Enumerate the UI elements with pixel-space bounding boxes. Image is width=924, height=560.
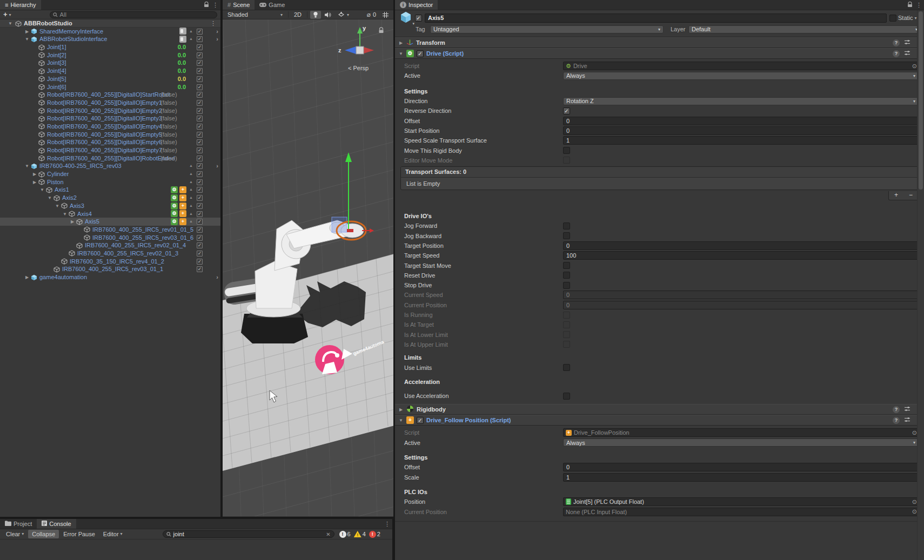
- value-checkbox[interactable]: [563, 222, 570, 230]
- value-input[interactable]: 100: [563, 251, 919, 260]
- gizmo-y-arrow[interactable]: [357, 27, 363, 33]
- triangle-up-icon[interactable]: ▲: [189, 219, 193, 223]
- tab-scene[interactable]: # Scene: [223, 0, 255, 10]
- drive-script-badge-icon[interactable]: ⚙: [171, 203, 178, 210]
- chevron-down-icon[interactable]: ▾: [412, 22, 414, 26]
- active-checkbox[interactable]: ✓: [197, 124, 203, 130]
- list-add-button[interactable]: +: [889, 191, 903, 200]
- tab-game[interactable]: Game: [255, 0, 290, 10]
- hierarchy-row-axis3[interactable]: ▼Axis3⚙+▲✓: [0, 202, 220, 210]
- active-checkbox[interactable]: ✓: [197, 156, 203, 161]
- hierarchy-row-robot-irb7600-400-255-digitalio-startrobot[interactable]: Robot[IRB7600_400_255][DigitalIO]StartRo…: [0, 91, 220, 99]
- shading-mode-dropdown[interactable]: Shaded ▾: [225, 11, 285, 19]
- drive-script-badge-icon[interactable]: ⚙: [171, 194, 178, 201]
- tab-console[interactable]: Console: [37, 519, 76, 529]
- chevron-down-icon[interactable]: ▾: [347, 12, 349, 17]
- tag-dropdown[interactable]: Untagged ▾: [430, 25, 664, 33]
- info-count-toggle[interactable]: !6: [339, 531, 351, 538]
- active-checkbox[interactable]: ✓: [197, 187, 203, 193]
- help-icon[interactable]: ?: [893, 406, 900, 413]
- chevron-down-icon[interactable]: ▼: [62, 212, 68, 217]
- gizmo-x-arrow[interactable]: [364, 47, 374, 53]
- scene-audio-button[interactable]: [322, 11, 334, 19]
- chevron-right-icon[interactable]: ▶: [398, 407, 404, 412]
- scene-effects-button[interactable]: ▾: [335, 11, 352, 19]
- scrollbar-thumb[interactable]: [919, 11, 923, 190]
- toggle-2d-button[interactable]: 2D: [291, 11, 304, 19]
- component-badge-icon[interactable]: [179, 28, 186, 35]
- active-checkbox[interactable]: ✓: [197, 108, 203, 114]
- hierarchy-row-irb7600-400-255-irc5-rev01-01-5[interactable]: IRB7600_400_255_IRC5_rev01_01_5✓: [0, 226, 220, 234]
- hierarchy-row-scene-root[interactable]: ▼ ABBRobotStudio ⋮: [0, 19, 220, 28]
- lock-icon[interactable]: [204, 2, 209, 9]
- hierarchy-row-irb7600-35-150-irc5-rev4-01-2[interactable]: IRB7600_35_150_IRC5_rev4_01_2✓: [0, 258, 220, 266]
- active-checkbox[interactable]: ✓: [197, 60, 203, 66]
- follow-script-badge-icon[interactable]: +: [179, 186, 186, 193]
- hierarchy-row-joint-2-[interactable]: Joint[2]0.0✓: [0, 51, 220, 59]
- rigidbody-component-header[interactable]: ▶ Rigidbody ? ⋮: [395, 404, 924, 415]
- help-icon[interactable]: ?: [893, 50, 900, 57]
- chevron-right-icon[interactable]: ›: [216, 274, 218, 280]
- chevron-down-icon[interactable]: ▼: [39, 187, 45, 192]
- drive-follow-component-header[interactable]: ▼ + ✓ Drive_Follow Position (Script) ? ⋮: [395, 415, 924, 426]
- scene-menu-icon[interactable]: ⋮: [210, 20, 216, 27]
- scene-visibility-button[interactable]: ⌀ 0: [364, 11, 379, 19]
- triangle-up-icon[interactable]: ▲: [189, 29, 193, 33]
- object-picker-icon[interactable]: ⊙: [912, 508, 917, 515]
- active-checkbox[interactable]: ✓: [197, 163, 203, 169]
- active-checkbox[interactable]: ✓: [197, 179, 203, 185]
- hierarchy-row-robot-irb7600-400-255-digitalio-empty7[interactable]: Robot[IRB7600_400_255][DigitalIO]Empty7(…: [0, 146, 220, 154]
- active-checkbox[interactable]: ✓: [197, 147, 203, 153]
- scene-lighting-button[interactable]: [310, 11, 321, 19]
- value-checkbox[interactable]: [563, 147, 570, 154]
- presets-icon[interactable]: [904, 50, 910, 57]
- value-input[interactable]: 0: [563, 463, 919, 471]
- static-dropdown-icon[interactable]: ▾: [915, 16, 917, 21]
- active-checkbox[interactable]: ✓: [197, 211, 203, 217]
- console-menu-icon[interactable]: ⋮: [384, 521, 390, 528]
- orientation-gizmo[interactable]: y z: [334, 23, 384, 65]
- active-checkbox[interactable]: ✓: [197, 132, 203, 138]
- follow-script-badge-icon[interactable]: +: [179, 203, 186, 210]
- value-dropdown[interactable]: Always▾: [563, 438, 919, 447]
- active-checkbox[interactable]: ✓: [197, 116, 203, 122]
- hierarchy-row-joint-4-[interactable]: Joint[4]0.0✓: [0, 67, 220, 75]
- warning-count-toggle[interactable]: !4: [354, 531, 366, 537]
- hierarchy-row-abbrobotstudiointerface[interactable]: ▼ABBRobotStudioInterface▲✓›: [0, 35, 220, 43]
- triangle-up-icon[interactable]: ▲: [189, 180, 193, 184]
- hierarchy-row-robot-irb7600-400-255-digitalio-empty2[interactable]: Robot[IRB7600_400_255][DigitalIO]Empty2(…: [0, 107, 220, 115]
- chevron-down-icon[interactable]: ▼: [47, 195, 52, 200]
- gizmo-center-cube[interactable]: [356, 46, 364, 54]
- hierarchy-row-game4automation[interactable]: ▶game4automation›: [0, 273, 220, 281]
- active-checkbox[interactable]: ✓: [197, 235, 203, 241]
- object-picker-icon[interactable]: ⊙: [912, 63, 917, 70]
- chevron-right-icon[interactable]: ▶: [32, 172, 37, 177]
- inspector-menu-icon[interactable]: ⋮: [916, 2, 922, 9]
- layer-dropdown[interactable]: Default ▾: [688, 25, 921, 33]
- drive-script-badge-icon[interactable]: ⚙: [171, 210, 178, 217]
- drive-follow-enabled-checkbox[interactable]: ✓: [417, 417, 424, 424]
- transform-component-header[interactable]: ▶ Transform ? ⋮: [395, 37, 924, 48]
- active-checkbox[interactable]: ✓: [197, 44, 203, 50]
- hierarchy-row-robot-irb7600-400-255-digitalio-robotended[interactable]: Robot[IRB7600_400_255][DigitalIO]RobotEn…: [0, 154, 220, 163]
- help-icon[interactable]: ?: [893, 417, 900, 424]
- active-checkbox[interactable]: ✓: [197, 251, 203, 257]
- triangle-up-icon[interactable]: ▲: [189, 164, 193, 167]
- value-checkbox[interactable]: ✓: [563, 107, 570, 114]
- triangle-up-icon[interactable]: ▲: [189, 187, 193, 191]
- hierarchy-row-robot-irb7600-400-255-digitalio-empty3[interactable]: Robot[IRB7600_400_255][DigitalIO]Empty3(…: [0, 114, 220, 123]
- active-checkbox[interactable]: ✓: [197, 68, 203, 74]
- triangle-up-icon[interactable]: ▲: [189, 212, 193, 215]
- object-field[interactable]: Joint[5] (PLC Output Float)⊙: [563, 497, 919, 506]
- object-field[interactable]: +Drive_FollowPosition⊙: [563, 428, 919, 437]
- hierarchy-row-robot-irb7600-400-255-digitalio-empty1[interactable]: Robot[IRB7600_400_255][DigitalIO]Empty1(…: [0, 99, 220, 107]
- hierarchy-row-cylinder[interactable]: ▶Cylinder▲✓: [0, 170, 220, 178]
- tab-project[interactable]: Project: [0, 519, 37, 529]
- component-badge-icon[interactable]: [179, 36, 186, 43]
- chevron-down-icon[interactable]: ▾: [22, 530, 24, 538]
- value-checkbox[interactable]: [563, 232, 570, 239]
- presets-icon[interactable]: [904, 39, 910, 46]
- active-checkbox[interactable]: ✓: [197, 76, 203, 82]
- value-checkbox[interactable]: [563, 282, 570, 289]
- chevron-right-icon[interactable]: ›: [216, 28, 218, 35]
